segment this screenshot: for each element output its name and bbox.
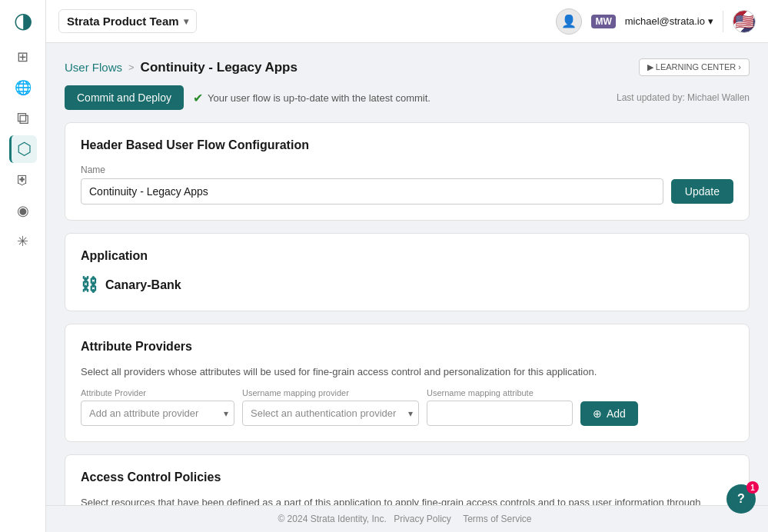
sidebar-item-eye[interactable]: ◉ <box>9 197 37 224</box>
username-attr-label: Username mapping attribute <box>427 388 573 397</box>
application-card-title: Application <box>81 249 733 263</box>
access-control-title: Access Control Policies <box>81 470 733 484</box>
topbar: Strata Product Team ▾ 👤 MW michael@strat… <box>46 0 768 43</box>
breadcrumb-current: Continuity - Legacy Apps <box>141 60 298 75</box>
user-email-chevron-icon: ▾ <box>708 15 713 27</box>
user-email[interactable]: michael@strata.io ▾ <box>625 15 713 27</box>
team-name: Strata Product Team <box>67 15 179 28</box>
notifications-icon[interactable]: 👤 <box>556 8 582 35</box>
attribute-providers-card: Attribute Providers Select all providers… <box>65 324 750 442</box>
username-mapping-label: Username mapping provider <box>242 388 419 397</box>
topbar-right: 👤 MW michael@strata.io ▾ 🇺🇸 <box>556 8 756 35</box>
footer-terms-link[interactable]: Terms of Service <box>463 514 531 524</box>
attribute-providers-row: Attribute Provider Add an attribute prov… <box>81 388 733 426</box>
last-updated-text: Last updated by: Michael Wallen <box>617 92 750 103</box>
page-header: User Flows > Continuity - Legacy Apps ▶ … <box>65 58 750 76</box>
sidebar-item-flows[interactable]: ⬡ <box>9 135 37 163</box>
footer-copyright: © 2024 Strata Identity, Inc. <box>278 514 386 524</box>
team-chevron-icon: ▾ <box>184 16 188 27</box>
team-selector[interactable]: Strata Product Team ▾ <box>58 9 197 33</box>
logo: ◑ <box>9 6 37 34</box>
username-mapping-col: Username mapping provider Select an auth… <box>242 388 419 426</box>
attr-provider-select[interactable]: Add an attribute provider <box>81 401 234 426</box>
attribute-providers-desc: Select all providers whose attributes wi… <box>81 366 733 377</box>
username-mapping-select-wrapper: Select an authentication provider <box>242 401 419 426</box>
commit-deploy-button[interactable]: Commit and Deploy <box>65 85 184 110</box>
breadcrumb: User Flows > Continuity - Legacy Apps <box>65 60 298 75</box>
logo-icon: ◑ <box>14 8 32 33</box>
status-message: ✔ Your user flow is up-to-date with the … <box>193 91 431 105</box>
user-initials-badge: MW <box>591 15 615 28</box>
content-area: User Flows > Continuity - Legacy Apps ▶ … <box>46 43 768 505</box>
attr-provider-select-wrapper: Add an attribute provider <box>81 401 234 426</box>
status-check-icon: ✔ <box>193 91 203 105</box>
add-button[interactable]: ⊕ Add <box>580 401 638 426</box>
footer: © 2024 Strata Identity, Inc. Privacy Pol… <box>46 505 768 532</box>
sidebar-item-snowflake[interactable]: ✳ <box>9 228 37 255</box>
sidebar-item-globe[interactable]: 🌐 <box>9 74 37 101</box>
app-item: ⛓ Canary-Bank <box>81 275 733 295</box>
name-row: Update <box>81 178 733 204</box>
application-card: Application ⛓ Canary-Bank <box>65 233 750 311</box>
help-badge: 1 <box>746 481 759 494</box>
add-label: Add <box>607 407 626 420</box>
name-input[interactable] <box>81 178 663 204</box>
breadcrumb-separator: > <box>128 62 135 73</box>
access-control-desc: Select resources that have been defined … <box>81 497 733 505</box>
add-icon: ⊕ <box>593 407 602 420</box>
app-icon: ⛓ <box>81 275 98 295</box>
help-icon: ? <box>737 492 745 506</box>
username-attr-input[interactable] <box>427 401 573 426</box>
app-name: Canary-Bank <box>105 278 181 292</box>
help-button[interactable]: ? 1 <box>726 484 756 514</box>
breadcrumb-parent[interactable]: User Flows <box>65 61 122 74</box>
attr-provider-col: Attribute Provider Add an attribute prov… <box>81 388 234 426</box>
attr-provider-label: Attribute Provider <box>81 388 234 397</box>
attribute-providers-title: Attribute Providers <box>81 340 733 354</box>
action-left: Commit and Deploy ✔ Your user flow is up… <box>65 85 431 110</box>
sidebar-item-layers[interactable]: ⧉ <box>9 105 37 132</box>
username-mapping-select[interactable]: Select an authentication provider <box>242 401 419 426</box>
username-attr-col: Username mapping attribute <box>427 388 573 426</box>
sidebar: ◑ ⊞ 🌐 ⧉ ⬡ ⛨ ◉ ✳ <box>0 0 46 532</box>
action-bar: Commit and Deploy ✔ Your user flow is up… <box>65 85 750 110</box>
sidebar-item-grid[interactable]: ⊞ <box>9 43 37 71</box>
main-panel: Strata Product Team ▾ 👤 MW michael@strat… <box>46 0 768 532</box>
language-flag[interactable]: 🇺🇸 <box>733 10 756 33</box>
status-text: Your user flow is up-to-date with the la… <box>208 92 431 104</box>
footer-privacy-link[interactable]: Privacy Policy <box>394 514 451 524</box>
learning-center-button[interactable]: ▶ LEARNING CENTER › <box>639 58 750 76</box>
sidebar-item-shield[interactable]: ⛨ <box>9 166 37 194</box>
topbar-divider <box>723 11 723 32</box>
config-card: Header Based User Flow Configuration Nam… <box>65 122 750 221</box>
access-control-card: Access Control Policies Select resources… <box>65 454 750 505</box>
name-field-label: Name <box>81 165 733 175</box>
config-card-title: Header Based User Flow Configuration <box>81 138 733 152</box>
update-button[interactable]: Update <box>671 179 733 204</box>
